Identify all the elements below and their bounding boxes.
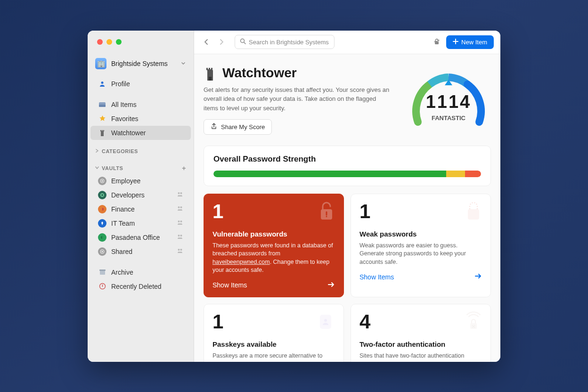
nav-label: Watchtower xyxy=(111,129,146,137)
minimize-window-icon[interactable] xyxy=(106,39,112,45)
close-window-icon[interactable] xyxy=(97,39,103,45)
vaults-header[interactable]: VAULTS + xyxy=(88,161,194,174)
svg-point-4 xyxy=(102,180,103,181)
password-strength-card: Overall Password Strength xyxy=(204,146,491,186)
vault-label: Pasadena Office xyxy=(111,234,160,241)
vault-icon xyxy=(98,233,106,242)
button-label: New Item xyxy=(461,39,487,46)
arrow-right-icon xyxy=(474,273,482,281)
plus-icon xyxy=(453,39,458,46)
categories-header[interactable]: CATEGORIES xyxy=(88,145,194,156)
maximize-window-icon[interactable] xyxy=(116,39,122,45)
two-factor-card[interactable]: 4 Two-factor authentication Sites that h… xyxy=(351,304,491,362)
sidebar-item-recently-deleted[interactable]: Recently Deleted xyxy=(90,279,191,294)
lock-button[interactable] xyxy=(431,36,442,48)
two-factor-icon xyxy=(462,310,485,333)
nav-label: Favorites xyxy=(111,115,139,122)
shared-badge-icon xyxy=(177,234,183,241)
main-panel: New Item Watchtower Get alerts for any s… xyxy=(194,31,500,362)
section-label: VAULTS xyxy=(102,165,123,171)
vault-label: IT Team xyxy=(111,220,135,227)
passkey-icon xyxy=(315,310,338,333)
svg-rect-28 xyxy=(468,209,479,220)
card-title: Vulnerable passwords xyxy=(212,230,335,238)
shared-badge-icon xyxy=(177,220,183,227)
vault-item[interactable]: Shared xyxy=(90,245,191,259)
vault-item[interactable]: Finance xyxy=(90,202,191,216)
archive-icon xyxy=(98,269,106,275)
nav-label: Archive xyxy=(111,269,133,276)
add-vault-button[interactable]: + xyxy=(182,164,186,172)
card-title: Passkeys available xyxy=(212,340,335,348)
svg-point-17 xyxy=(102,251,103,252)
chevron-down-icon xyxy=(95,165,99,171)
svg-point-0 xyxy=(101,82,104,84)
vault-item[interactable]: Employee xyxy=(90,174,191,188)
vault-label: Employee xyxy=(111,177,140,185)
sidebar-item-favorites[interactable]: Favorites xyxy=(90,112,191,126)
svg-point-14 xyxy=(178,235,180,237)
back-button[interactable] xyxy=(201,36,212,48)
watchtower-icon xyxy=(98,129,106,137)
svg-rect-23 xyxy=(102,285,103,287)
shared-badge-icon xyxy=(177,191,183,198)
svg-point-15 xyxy=(180,235,182,237)
watchtower-page-icon xyxy=(204,66,217,80)
sidebar-item-archive[interactable]: Archive xyxy=(90,265,191,279)
show-items-button[interactable]: Show Items xyxy=(359,273,482,281)
sidebar-item-profile[interactable]: Profile xyxy=(90,77,191,91)
strength-segment-weak xyxy=(465,171,481,177)
svg-point-30 xyxy=(324,319,327,322)
vault-icon xyxy=(98,191,106,199)
sidebar-item-all-items[interactable]: All Items xyxy=(90,98,191,112)
star-icon xyxy=(98,115,106,122)
strength-title: Overall Password Strength xyxy=(213,155,481,164)
share-score-button[interactable]: Share My Score xyxy=(204,119,272,135)
card-title: Weak passwords xyxy=(359,230,482,238)
vault-item[interactable]: IT Team xyxy=(90,216,191,230)
button-label: Share My Score xyxy=(221,123,265,131)
svg-rect-2 xyxy=(99,105,106,107)
svg-rect-25 xyxy=(435,41,439,44)
person-icon xyxy=(98,81,106,87)
trash-icon xyxy=(98,283,106,290)
hibp-link[interactable]: haveibeenpwned.com xyxy=(212,259,270,265)
forward-button[interactable] xyxy=(216,36,227,48)
search-icon xyxy=(240,38,246,46)
window-controls[interactable] xyxy=(88,39,194,45)
svg-rect-20 xyxy=(99,270,106,271)
vault-item[interactable]: Developers xyxy=(90,188,191,202)
svg-rect-26 xyxy=(209,77,212,81)
sidebar: 🏢 Brightside Systems Profile All Items F… xyxy=(88,31,194,362)
new-item-button[interactable]: New Item xyxy=(446,35,494,49)
svg-point-6 xyxy=(178,192,180,194)
vulnerable-passwords-card[interactable]: 1 Vulnerable passwords These passwords w… xyxy=(204,194,344,297)
sidebar-item-watchtower[interactable]: Watchtower xyxy=(90,126,191,140)
svg-point-18 xyxy=(178,249,180,251)
gauge-arrow-icon xyxy=(445,80,452,85)
shared-badge-icon xyxy=(177,248,183,255)
vault-label: Shared xyxy=(111,248,132,255)
shared-badge-icon xyxy=(177,205,183,212)
svg-point-9 xyxy=(178,206,180,208)
arrow-right-icon xyxy=(327,281,335,289)
strength-bar xyxy=(213,171,481,177)
weak-lock-icon xyxy=(462,200,485,222)
section-label: CATEGORIES xyxy=(102,148,138,154)
search-field[interactable] xyxy=(235,35,335,49)
strength-segment-strong xyxy=(213,171,446,177)
content-area: Watchtower Get alerts for any security i… xyxy=(194,54,500,362)
nav-label: Profile xyxy=(111,80,130,88)
show-items-button[interactable]: Show Items xyxy=(212,281,335,289)
vault-icon xyxy=(98,177,106,185)
account-switcher[interactable]: 🏢 Brightside Systems xyxy=(88,58,194,69)
svg-point-7 xyxy=(180,192,182,194)
vault-item[interactable]: Pasadena Office xyxy=(90,230,191,245)
search-input[interactable] xyxy=(249,39,329,46)
svg-point-5 xyxy=(101,194,104,196)
toolbar: New Item xyxy=(194,31,500,54)
svg-point-10 xyxy=(180,206,182,208)
passkeys-available-card[interactable]: 1 Passkeys available Passkeys are a more… xyxy=(204,304,344,362)
weak-passwords-card[interactable]: 1 Weak passwords Weak passwords are easi… xyxy=(351,194,491,297)
vault-label: Finance xyxy=(111,205,135,213)
